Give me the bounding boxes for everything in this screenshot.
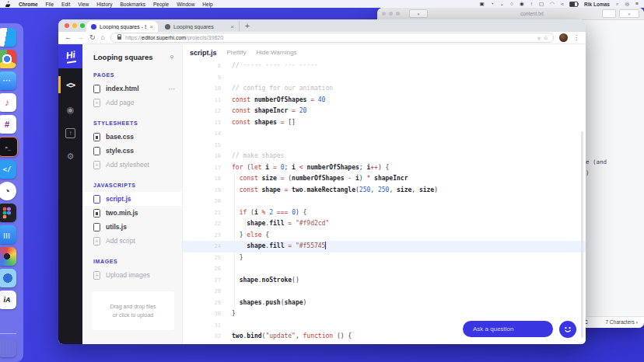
code-line-27[interactable]: 27 shape.noStroke(): [183, 275, 586, 287]
tab-close-icon[interactable]: ×: [149, 23, 153, 30]
code-line-28[interactable]: 28: [183, 286, 586, 298]
add-item-add-script[interactable]: +Add script: [82, 234, 182, 248]
url-text[interactable]: https://editor.superhi.com/projects/3982…: [125, 35, 535, 40]
loom-icon[interactable]: ○: [510, 0, 513, 8]
code-line-24[interactable]: 24 shape.fill = "#f55745: [183, 241, 586, 252]
apple-icon[interactable]: [5, 1, 11, 7]
nav-share-icon[interactable]: ↑: [58, 123, 82, 143]
dock-icon-chrome[interactable]: [0, 50, 16, 68]
zoom-window-icon[interactable]: [80, 23, 85, 28]
code-line-19[interactable]: 19 const shape = two.makeRectangle(250, …: [183, 185, 586, 197]
screen-mirror-icon[interactable]: ▣: [480, 0, 485, 8]
code-line-17[interactable]: 17for (let i = 0; i < numberOfShapes; i+…: [183, 162, 586, 174]
code-line-23[interactable]: 23 } else {: [183, 230, 586, 242]
ask-question-input[interactable]: Ask a question: [463, 321, 553, 337]
code-line-13[interactable]: 13const shapes = []: [183, 117, 586, 129]
back-icon[interactable]: ←: [65, 34, 72, 41]
browser-tab-looping-squares[interactable]: Looping squares×: [160, 21, 240, 32]
dock-icon-finder[interactable]: [0, 28, 16, 47]
add-item-add-page[interactable]: +Add page: [82, 96, 182, 110]
code-line-30[interactable]: 30}: [183, 308, 586, 320]
code-line-9[interactable]: 9: [183, 72, 586, 84]
dock-icon-screenflow[interactable]: [0, 247, 16, 266]
code-line-16[interactable]: 16// make shapes: [183, 151, 586, 162]
code-line-22[interactable]: 22 shape.fill = "#f9d2cd": [183, 218, 586, 230]
file-item-base-css[interactable]: base.css: [82, 130, 182, 144]
dock-icon-music[interactable]: ♪: [0, 93, 16, 112]
dock-icon-twitterrific[interactable]: [0, 269, 16, 287]
code-line-25[interactable]: 25 }: [183, 252, 586, 264]
file-item-script-js[interactable]: script.js: [82, 192, 182, 206]
address-bar[interactable]: https://editor.superhi.com/projects/3982…: [110, 33, 554, 43]
dock-icon-terminal[interactable]: >_: [0, 137, 18, 157]
dock-icon-slack[interactable]: #: [0, 115, 16, 134]
dock-icon-ia-writer[interactable]: iA: [0, 291, 16, 309]
spotlight-icon[interactable]: ⌕: [616, 0, 619, 8]
profile-avatar[interactable]: [559, 33, 568, 42]
code-line-29[interactable]: 29 shapes.push(shape): [183, 298, 586, 309]
file-item-utils-js[interactable]: utils.js: [82, 220, 182, 234]
close-window-icon[interactable]: [65, 23, 69, 28]
code-line-15[interactable]: 15: [183, 140, 586, 151]
dock-icon-intercom[interactable]: |||: [0, 225, 16, 244]
control-center-icon[interactable]: ≡: [635, 0, 639, 8]
display-icon[interactable]: ▢: [539, 0, 544, 8]
clock-icon[interactable]: ◔: [491, 0, 494, 8]
inactive-zoom-icon[interactable]: [396, 12, 400, 16]
code-area[interactable]: 8// ····· ···· ··· ·····910// config for…: [183, 61, 586, 344]
home-icon[interactable]: ⌂: [101, 34, 105, 41]
dock-icon-trash[interactable]: [0, 339, 16, 357]
superhi-logo[interactable]: Hi: [58, 44, 82, 68]
siri-icon[interactable]: ◎: [625, 0, 630, 8]
menu-item-view[interactable]: View: [78, 2, 89, 7]
browser-menu-icon[interactable]: ⋮: [573, 34, 579, 41]
code-line-18[interactable]: 18 const size = (numberOfShapes - i) * s…: [183, 173, 586, 185]
code-line-20[interactable]: 20: [183, 196, 586, 207]
dock-icon-vscode[interactable]: </: [0, 160, 16, 179]
file-item-style-css[interactable]: style.css: [82, 144, 182, 158]
toolbar-button[interactable]: ▾: [409, 9, 428, 18]
upload-dropzone[interactable]: Drag and drop filesor click to upload: [92, 291, 174, 330]
menu-item-chrome[interactable]: Chrome: [19, 2, 38, 7]
browser-tab-looping-squares-superhi[interactable]: Looping squares - SuperHi×: [86, 21, 158, 32]
menu-item-window[interactable]: Window: [177, 2, 194, 7]
minimize-window-icon[interactable]: [72, 23, 77, 28]
code-line-10[interactable]: 10// config for our animation: [183, 83, 586, 95]
bookmark-star-icon[interactable]: ☆: [543, 34, 548, 41]
dock-icon-figma[interactable]: [0, 204, 16, 222]
code-line-12[interactable]: 12const shapeIncr = 20: [183, 106, 586, 117]
nav-settings-gear-icon[interactable]: ⚙: [58, 146, 82, 166]
menu-item-help[interactable]: Help: [202, 2, 212, 7]
code-line-11[interactable]: 11const numberOfShapes = 40: [183, 95, 586, 106]
dock-icon-clock[interactable]: ◔: [0, 182, 16, 200]
prettify-button[interactable]: Prettify: [227, 49, 247, 56]
code-line-8[interactable]: 8// ····· ···· ··· ·····: [183, 61, 586, 72]
menu-item-edit[interactable]: Edit: [61, 2, 70, 7]
add-item-add-stylesheet[interactable]: +Add stylesheet: [82, 158, 182, 172]
more-options-icon[interactable]: ⋯: [169, 85, 176, 92]
file-item-two-min-js[interactable]: two.min.js: [82, 206, 182, 220]
add-item-upload-images[interactable]: +Upload images: [82, 268, 182, 282]
wifi-icon[interactable]: ◠: [550, 0, 555, 8]
search-icon[interactable]: ⌕: [535, 33, 543, 41]
toolbar-button[interactable]: [602, 9, 616, 18]
code-line-26[interactable]: 26: [183, 263, 586, 275]
inactive-close-icon[interactable]: [382, 12, 386, 16]
camera-icon[interactable]: ◉: [520, 0, 524, 8]
new-tab-button[interactable]: +: [245, 22, 250, 30]
toolbar-button[interactable]: ▾: [619, 9, 639, 18]
tab-close-icon[interactable]: ×: [230, 23, 234, 30]
inactive-minimize-icon[interactable]: [389, 12, 393, 16]
code-line-33[interactable]: 33 // draw: [183, 343, 586, 345]
editor-scrollbar[interactable]: [581, 131, 583, 338]
menu-item-people[interactable]: People: [153, 2, 169, 7]
volume-icon[interactable]: ◃: [561, 0, 563, 8]
onepassword-icon[interactable]: ⌄: [500, 0, 504, 8]
code-line-14[interactable]: 14: [183, 128, 586, 140]
dropbox-icon[interactable]: ↑: [530, 0, 533, 8]
character-count[interactable]: 7 Characters ▾: [605, 319, 638, 325]
nav-code-icon[interactable]: <>: [58, 75, 82, 95]
menu-item-bookmarks[interactable]: Bookmarks: [120, 2, 145, 7]
hide-warnings-button[interactable]: Hide Warnings: [256, 49, 296, 56]
file-item-index-html[interactable]: index.html⋯: [82, 82, 182, 96]
